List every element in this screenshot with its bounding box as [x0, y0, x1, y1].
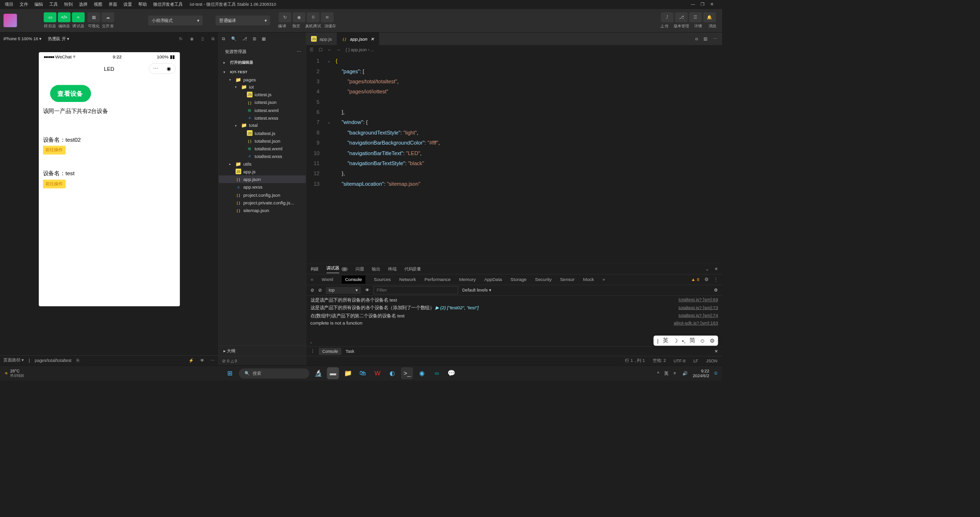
menu-goto[interactable]: 转到 [61, 0, 75, 8]
menu-tool[interactable]: 工具 [46, 0, 60, 8]
device-action-button[interactable]: 前往操作 [43, 146, 66, 154]
tree-item-iottest.wxss[interactable]: #iottest.wxss [219, 114, 306, 122]
tree-item-project.private.config.js...[interactable]: { }project.private.config.js... [219, 199, 306, 206]
console-stop-icon[interactable]: ⊘ [318, 288, 322, 292]
tree-item-utils[interactable]: ▸📁utils [219, 160, 306, 168]
menu-settings[interactable]: 设置 [121, 0, 134, 8]
page-path-label[interactable]: 页面路径 ▾ [3, 358, 23, 364]
api-icon[interactable]: ▦ [262, 36, 266, 41]
forward-icon[interactable]: → [336, 47, 341, 52]
compile-select[interactable]: 普通编译▾ [215, 15, 270, 25]
open-editors-section[interactable]: ▸打开的编辑器 [219, 58, 306, 67]
clear-cache-button[interactable]: ≋ [321, 12, 334, 22]
tree-item-iottest.wxml[interactable]: ▤iottest.wxml [219, 106, 306, 114]
console-output[interactable]: 这是该产品下的所有设备的各个设备名 testtotaltest.js? [sm]… [306, 296, 723, 340]
tab-app-js[interactable]: JSapp.js [306, 33, 337, 45]
devtab-console[interactable]: Console [342, 276, 366, 284]
start-button[interactable]: ⊞ [224, 367, 236, 379]
menu-project[interactable]: 项目 [2, 0, 16, 8]
mode-select[interactable]: 小程序模式▾ [148, 15, 203, 25]
devtab-sources[interactable]: Sources [374, 277, 390, 282]
panel-menu-icon[interactable]: ⋮ [311, 349, 315, 354]
menu-edit[interactable]: 编辑 [32, 0, 45, 8]
console-context-select[interactable]: top▾ [326, 287, 361, 294]
panel-tab-debugger[interactable]: 调试器 [326, 265, 339, 273]
outline-section[interactable]: ▸ 大纲 [219, 346, 306, 356]
menu-help[interactable]: 帮助 [135, 0, 149, 8]
view-devices-button[interactable]: 查看设备 [50, 85, 90, 102]
capsule[interactable]: ⋯◉ [149, 63, 176, 74]
panel-footer-close[interactable]: ✕ [714, 349, 718, 354]
debugger-button[interactable]: ≈ [72, 12, 85, 22]
tree-item-totaltest.wxml[interactable]: ▤totaltest.wxml [219, 145, 306, 152]
tab-app-json[interactable]: { }app.json✕ [337, 33, 379, 45]
compile-button[interactable]: ↻ [278, 12, 291, 22]
search-icon[interactable]: 🔍 [231, 36, 236, 41]
devtab-sensor[interactable]: Sensor [560, 277, 574, 282]
taskbar-weather[interactable]: ☀ 28°C局部晴朗 [4, 368, 24, 378]
console-eye-icon[interactable]: 👁 [365, 288, 369, 292]
menu-interface[interactable]: 界面 [106, 0, 120, 8]
tray-wifi[interactable]: ᯤ [673, 371, 678, 376]
tray-volume[interactable]: 🔊 [682, 371, 688, 376]
editor-button[interactable]: </> [58, 12, 71, 22]
breadcrumb-path[interactable]: { } app.json › ... [345, 47, 374, 52]
menu-view[interactable]: 视图 [91, 0, 105, 8]
ime-indicator[interactable]: |英☽•,简☺⚙ [654, 336, 718, 346]
phone-simulator[interactable]: ●●●●● WeChat ᯤ 9:22 100% ▮▮ LED ⋯◉ 查看设备 … [39, 52, 180, 306]
remote-debug-button[interactable]: ⎘ [307, 12, 320, 22]
console-clear-icon[interactable]: ⊘ [311, 288, 314, 292]
devtab-performance[interactable]: Performance [424, 277, 451, 282]
performance-icon[interactable]: ⚡ [189, 358, 194, 363]
phone-icon[interactable]: ▯ [201, 36, 204, 41]
task-wechat[interactable]: 💬 [445, 367, 457, 379]
detail-button[interactable]: ☰ [689, 12, 702, 22]
tree-item-app.json[interactable]: { }app.json [219, 175, 306, 183]
tray-clock[interactable]: 9:222024/6/2 [693, 368, 709, 378]
task-app-1[interactable]: 🔬 [312, 367, 324, 379]
eye-icon[interactable]: 👁 [200, 358, 204, 363]
record-icon[interactable]: ◉ [190, 36, 193, 41]
panel-tab-output[interactable]: 输出 [372, 266, 380, 272]
ext-icon[interactable]: ⊞ [253, 36, 256, 41]
upload-button[interactable]: ⤴ [661, 12, 674, 22]
device-action-button[interactable]: 前往操作 [43, 180, 66, 188]
visualize-button[interactable]: ▦ [88, 12, 100, 22]
task-edge[interactable]: ◐ [386, 367, 398, 379]
devtab-storage[interactable]: Storage [511, 277, 527, 282]
list-icon[interactable]: ☰ [310, 47, 313, 52]
close-button[interactable]: ✕ [707, 1, 716, 7]
console-filter-input[interactable] [373, 286, 458, 294]
code-content[interactable]: { "pages": [ "pages/total/totaltest", "p… [332, 54, 722, 263]
popout-icon[interactable]: ⧉ [212, 36, 215, 41]
tree-item-iottest.js[interactable]: JSiottest.js [219, 90, 306, 98]
tray-notifications[interactable]: ① [714, 371, 718, 376]
devtab-security[interactable]: Security [535, 277, 552, 282]
devtools-inspect-icon[interactable]: ⟐ [311, 277, 313, 282]
menu-file[interactable]: 文件 [17, 0, 31, 8]
devtab-wxml[interactable]: Wxml [322, 277, 333, 282]
bookmark-icon[interactable]: ☐ [319, 47, 323, 52]
console-settings-icon[interactable]: ⚙ [714, 288, 718, 292]
task-app-3[interactable]: ◉ [416, 367, 428, 379]
console-levels-select[interactable]: Default levels ▾ [462, 288, 491, 292]
tab-more-icon[interactable]: ⋯ [713, 36, 717, 41]
avatar[interactable] [3, 14, 17, 27]
panel-footer-console[interactable]: Console [319, 348, 341, 355]
devtab-mock[interactable]: Mock [583, 277, 594, 282]
encoding[interactable]: UTF-8 [674, 358, 686, 363]
project-root[interactable]: ▾IOT-TEST [219, 67, 306, 76]
task-arduino[interactable]: ∞ [431, 367, 443, 379]
more-icon[interactable]: ⋯ [211, 358, 215, 363]
maximize-button[interactable]: ❐ [698, 1, 708, 7]
hot-reload-toggle[interactable]: 热重载 开 ▾ [48, 36, 69, 42]
tree-item-app.js[interactable]: JSapp.js [219, 168, 306, 175]
task-wps[interactable]: W [371, 367, 383, 379]
menu-select[interactable]: 选择 [76, 0, 90, 8]
task-explorer[interactable]: 📁 [342, 367, 354, 379]
branch-icon[interactable]: ⎇ [242, 36, 247, 41]
panel-tab-terminal[interactable]: 终端 [388, 266, 397, 272]
layout-icon[interactable]: ▥ [703, 36, 707, 41]
panel-tab-build[interactable]: 构建 [311, 266, 319, 272]
tray-lang[interactable]: 英 [664, 370, 668, 376]
